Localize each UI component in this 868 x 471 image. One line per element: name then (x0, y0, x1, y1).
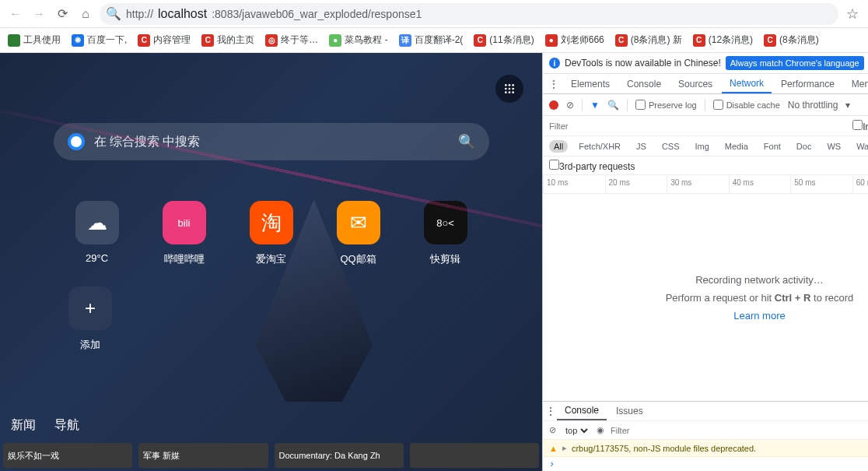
add-tile[interactable]: + 添加 (68, 286, 112, 352)
bookmark-star-icon[interactable]: ☆ (843, 5, 862, 23)
timeline-tick: 10 ms (543, 175, 605, 193)
type-filter-ws[interactable]: WS (822, 140, 845, 153)
timeline-tick: 20 ms (605, 175, 667, 193)
devtools-tab-elements[interactable]: Elements (563, 74, 618, 93)
apps-grid-button[interactable] (495, 75, 523, 103)
timeline-tick: 40 ms (729, 175, 791, 193)
url-rest: :8083/javaweb06_war_exploded/response1 (212, 8, 422, 20)
devtools-tabs: ⋮ ElementsConsoleSourcesNetworkPerforman… (543, 74, 868, 94)
page-bottom-nav: 新闻导航 (0, 417, 90, 434)
bookmark-item[interactable]: ◎终于等… (261, 30, 323, 50)
search-icon: 🔍 (106, 6, 121, 21)
home-button[interactable]: ⌂ (76, 5, 95, 23)
console-prompt[interactable]: › (543, 457, 868, 471)
bookmark-item[interactable]: C(12条消息) (688, 30, 758, 50)
bookmark-icon: C (615, 34, 628, 47)
search-submit-icon[interactable]: 🔍 (458, 133, 475, 150)
bottom-nav-item[interactable]: 导航 (54, 417, 79, 434)
news-card[interactable] (410, 443, 539, 468)
tile-icon: 8○< (424, 201, 467, 244)
bookmark-icon: ● (545, 34, 558, 47)
bookmark-item[interactable]: C(8条消息) 新 (611, 30, 687, 50)
bottom-nav-item[interactable]: 新闻 (11, 417, 36, 434)
devtools-tab-console[interactable]: Console (619, 74, 669, 93)
speed-dial-tile[interactable]: ✉QQ邮箱 (337, 201, 380, 266)
record-button[interactable] (549, 100, 558, 110)
banner-match-button[interactable]: Always match Chrome's language (726, 56, 864, 70)
bookmark-item[interactable]: 译百度翻译-2( (394, 30, 468, 50)
bookmark-item[interactable]: C(8条消息) (759, 30, 824, 50)
reload-button[interactable]: ⟳ (53, 5, 72, 23)
type-filter-css[interactable]: CSS (657, 140, 684, 153)
speed-dial-tile[interactable]: bili哔哩哔哩 (163, 201, 206, 266)
search-icon[interactable]: 🔍 (607, 100, 619, 111)
banner-text: DevTools is now available in Chinese! (565, 58, 721, 69)
bookmark-item[interactable]: C内容管理 (133, 30, 195, 50)
network-type-filters: AllFetch/XHRJSCSSImgMediaFontDocWSWasmMa… (543, 136, 868, 156)
plus-icon: + (68, 286, 112, 330)
search-placeholder: 在 综合搜索 中搜索 (94, 134, 449, 150)
speed-dial-tile[interactable]: ☁29°C (75, 201, 119, 266)
network-filter-input[interactable] (549, 121, 642, 131)
timeline-tick: 60 ms (852, 175, 868, 193)
type-filter-font[interactable]: Font (759, 140, 786, 153)
type-filter-wasm[interactable]: Wasm (852, 140, 868, 153)
bookmark-item[interactable]: 工具使用 (3, 30, 65, 50)
bookmark-item[interactable]: ●刘老师666 (541, 30, 609, 50)
forward-button[interactable]: → (30, 5, 48, 23)
bookmarks-bar: 工具使用❋百度一下,C内容管理C我的主页◎终于等…●菜鸟教程 -译百度翻译-2(… (0, 28, 868, 53)
page-search[interactable]: 在 综合搜索 中搜索 🔍 (54, 123, 489, 160)
bookmark-item[interactable]: ●菜鸟教程 - (324, 30, 392, 50)
bookmark-item[interactable]: C(11条消息) (469, 30, 538, 50)
console-warning-text: crbug/1173575, non-JS module files depre… (572, 444, 756, 453)
console-filter-input[interactable] (611, 426, 868, 435)
network-toolbar: ⊘ ▼ 🔍 Preserve log Disable cache No thro… (543, 94, 868, 116)
drawer-tabs: ⋮ ConsoleIssues (543, 401, 868, 421)
speed-dial-tile[interactable]: 8○<快剪辑 (424, 201, 467, 266)
search-logo-icon (68, 133, 85, 150)
devtools-menu-icon[interactable]: ⋮ (546, 79, 562, 90)
warning-icon: ▲ (549, 444, 558, 453)
drawer-tab-console[interactable]: Console (557, 402, 607, 420)
drawer-menu-icon[interactable]: ⋮ (546, 406, 555, 417)
type-filter-img[interactable]: Img (691, 140, 714, 153)
speed-dial-row2: + 添加 (68, 286, 112, 352)
filter-icon[interactable]: ▼ (590, 100, 600, 111)
speed-dial: ☁29°Cbili哔哩哔哩淘爱淘宝✉QQ邮箱8○<快剪辑 (75, 201, 467, 266)
console-clear-icon[interactable]: ⊘ (549, 425, 556, 435)
speed-dial-tile[interactable]: 淘爱淘宝 (250, 201, 293, 266)
type-filter-media[interactable]: Media (720, 140, 753, 153)
clear-icon[interactable]: ⊘ (566, 100, 574, 111)
chevron-down-icon: ▾ (845, 100, 850, 111)
news-card[interactable]: 军事 新媒 (138, 443, 268, 468)
page-content: 在 综合搜索 中搜索 🔍 ☁29°Cbili哔哩哔哩淘爱淘宝✉QQ邮箱8○<快剪… (0, 53, 542, 471)
bookmark-label: 菜鸟教程 - (345, 33, 387, 47)
devtools-tab-sources[interactable]: Sources (670, 74, 720, 93)
news-card[interactable]: 娱乐不如一戏 (3, 443, 132, 468)
type-filter-all[interactable]: All (549, 140, 568, 153)
invert-checkbox[interactable]: Invert (852, 120, 868, 132)
throttling-select[interactable]: No throttling (788, 100, 838, 111)
bookmark-icon: C (474, 34, 486, 47)
context-select[interactable]: top (562, 425, 590, 436)
devtools-tab-mem[interactable]: Mem (844, 74, 868, 93)
devtools-tab-performance[interactable]: Performance (773, 74, 842, 93)
third-party-checkbox[interactable]: 3rd-party requests (549, 160, 635, 172)
timeline-tick: 30 ms (667, 175, 729, 193)
bookmark-item[interactable]: C我的主页 (197, 30, 259, 50)
type-filter-doc[interactable]: Doc (792, 140, 817, 153)
svg-point-0 (505, 84, 507, 86)
news-card[interactable]: Documentary: Da Kang Zh (275, 443, 404, 468)
back-button[interactable]: ← (6, 5, 25, 23)
bookmark-item[interactable]: ❋百度一下, (67, 30, 131, 50)
drawer-tab-issues[interactable]: Issues (608, 402, 651, 420)
devtools-tab-network[interactable]: Network (722, 74, 772, 93)
bookmark-icon: C (764, 34, 776, 47)
type-filter-js[interactable]: JS (632, 140, 651, 153)
type-filter-fetch-xhr[interactable]: Fetch/XHR (574, 140, 625, 153)
address-bar[interactable]: 🔍 http://localhost:8083/javaweb06_war_ex… (100, 3, 838, 25)
preserve-log-checkbox[interactable]: Preserve log (635, 100, 697, 110)
disable-cache-checkbox[interactable]: Disable cache (713, 100, 780, 110)
learn-more-link[interactable]: Learn more (733, 310, 785, 322)
eye-icon[interactable]: ◉ (597, 425, 604, 435)
